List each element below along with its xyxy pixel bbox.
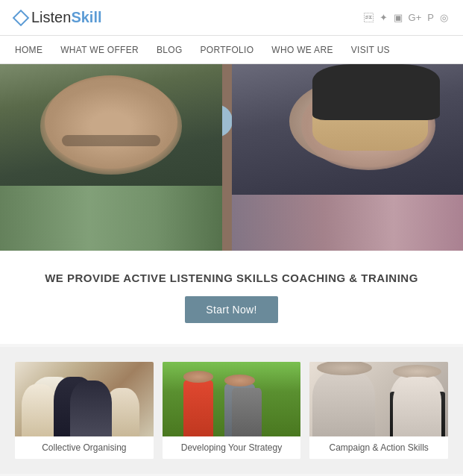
card-2-img-bg <box>163 362 301 436</box>
cta-heading: WE PROVIDE ACTIVE LISTENING SKILLS COACH… <box>15 272 448 284</box>
card-2-label: Developing Your Strategy <box>163 436 301 459</box>
cta-section: WE PROVIDE ACTIVE LISTENING SKILLS COACH… <box>0 251 463 344</box>
person-grey <box>224 384 255 436</box>
woman-left-body <box>312 369 375 436</box>
start-now-button[interactable]: Start Now! <box>185 296 277 323</box>
person-right-hat <box>312 64 440 120</box>
figure-2 <box>54 377 95 436</box>
rss-icon[interactable]: ▣ <box>394 12 403 23</box>
twitter-icon[interactable]: ✦ <box>379 12 388 23</box>
nav-item-portfolio[interactable]: PORTFOLIO <box>192 36 263 63</box>
nav-item-blog[interactable]: BLOG <box>148 36 192 63</box>
facebook-icon[interactable]:  <box>364 12 374 23</box>
person-red <box>183 381 214 436</box>
card-campaign-skills[interactable]: Campaign & Action Skills <box>309 362 448 459</box>
person-left-scarf <box>0 186 222 251</box>
card-3-image <box>309 362 448 436</box>
person-left-glasses <box>62 135 160 146</box>
hero-person-right <box>232 64 464 251</box>
card-2-image <box>163 362 301 436</box>
dark-top <box>390 392 445 436</box>
social-icons-bar:  ✦ ▣ G+ P ◎ <box>364 12 448 23</box>
person-left-face <box>40 78 183 175</box>
logo-listen: Listen <box>31 9 71 26</box>
hero-image <box>0 64 463 251</box>
card-developing-strategy[interactable]: Developing Your Strategy <box>163 362 301 459</box>
card-3-label: Campaign & Action Skills <box>309 436 448 459</box>
header: ListenSkill  ✦ ▣ G+ P ◎ <box>0 0 463 36</box>
figure-4 <box>78 392 105 436</box>
head-1 <box>183 371 214 383</box>
person-right-scarf <box>232 195 464 251</box>
instagram-icon[interactable]: ◎ <box>440 12 448 23</box>
logo-skill: Skill <box>71 9 101 26</box>
woman-right-head <box>393 365 441 378</box>
hero-person-left <box>0 64 222 251</box>
googleplus-icon[interactable]: G+ <box>409 12 422 23</box>
card-1-label: Collective Organising <box>15 436 154 459</box>
main-nav: HOME WHAT WE OFFER BLOG PORTFOLIO WHO WE… <box>0 36 463 64</box>
pinterest-icon[interactable]: P <box>427 12 434 23</box>
nav-item-who-we-are[interactable]: WHO WE ARE <box>262 36 341 63</box>
figure-3 <box>105 388 139 436</box>
card-3-img-bg <box>309 362 448 436</box>
nav-item-home[interactable]: HOME <box>15 36 51 63</box>
nav-item-what-we-offer[interactable]: WHAT WE OFFER <box>51 36 148 63</box>
woman-right-body <box>390 373 445 436</box>
card-1-image <box>15 362 154 436</box>
head-2 <box>224 375 255 386</box>
cards-section: Collective Organising Developing Your St… <box>0 347 463 474</box>
figure-1 <box>22 384 56 436</box>
logo-diamond-icon <box>13 9 30 26</box>
nav-item-visit-us[interactable]: VISIT US <box>342 36 399 63</box>
card-1-img-bg <box>15 362 154 436</box>
card-collective-organising[interactable]: Collective Organising <box>15 362 154 459</box>
logo[interactable]: ListenSkill <box>15 9 102 26</box>
